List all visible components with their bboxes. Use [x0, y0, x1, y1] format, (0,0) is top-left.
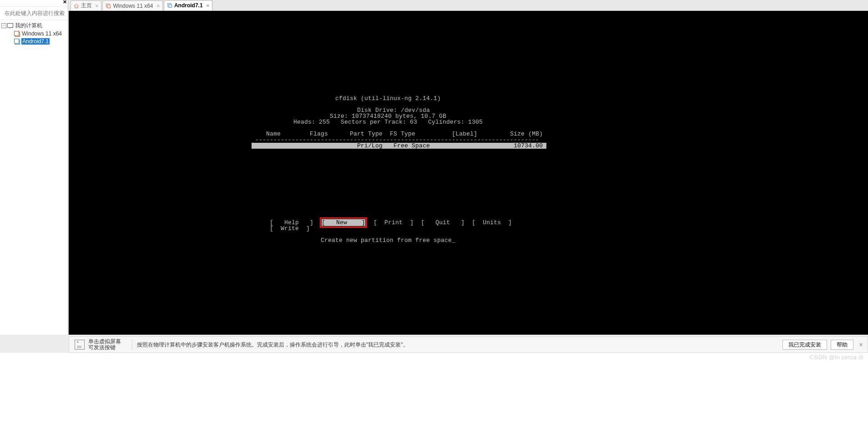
tab-close-icon[interactable]: × [207, 3, 209, 8]
home-icon [74, 3, 79, 9]
sidebar-search-input[interactable] [4, 10, 74, 17]
tab-home[interactable]: 主页 × [71, 0, 101, 10]
hint-divider [132, 339, 132, 350]
help-button[interactable]: 帮助 [831, 340, 853, 350]
tree-item-label: Windows 11 x64 [21, 30, 62, 37]
tree-item-android71[interactable]: Android7.1 [0, 37, 68, 45]
hint-close-icon[interactable]: ✕ [858, 341, 864, 349]
tree-root-my-computer[interactable]: − 我的计算机 [0, 22, 68, 30]
cfdisk-geometry-line: Heads: 255 Sectors per Track: 63 Cylinde… [252, 119, 525, 125]
cfdisk-menu-write[interactable]: Write [281, 225, 299, 232]
cfdisk-menu-print[interactable]: Print [384, 219, 403, 226]
cfdisk-title: cfdisk (util-linux-ng 2.14.1) [252, 95, 525, 101]
vm-icon [14, 39, 20, 44]
sidebar-search-row: ▾ [0, 7, 68, 20]
tab-label: Android7.1 [174, 2, 203, 9]
tab-bar: 主页 × Windows 11 x64 × Android7.1 × [69, 0, 868, 11]
hint-main-text: 按照在物理计算机中的步骤安装客户机操作系统。完成安装后，操作系统会进行引导，此时… [137, 341, 782, 349]
vm-tree: − 我的计算机 Windows 11 x64 Android7.1 [0, 20, 68, 45]
highlight-box: [ New ] [321, 218, 366, 227]
svg-rect-5 [169, 5, 172, 8]
vm-icon [106, 3, 111, 9]
tree-item-label: Android7.1 [21, 38, 50, 45]
vm-icon [14, 31, 20, 36]
page-background-fill [0, 353, 868, 432]
tab-label: 主页 [81, 2, 92, 10]
hint-click-prompt: 单击虚拟屏幕 可发送按键 [88, 339, 121, 351]
tree-collapse-icon[interactable]: − [1, 23, 6, 28]
hint-screen-icon [75, 340, 85, 350]
cfdisk-terminal: cfdisk (util-linux-ng 2.14.1) Disk Drive… [252, 95, 525, 243]
vm-library-sidebar: ✕ ▾ − 我的计算机 Windows 11 x64 Android7.1 [0, 0, 68, 335]
done-install-button[interactable]: 我已完成安装 [782, 340, 827, 350]
tree-root-label: 我的计算机 [15, 22, 43, 30]
vm-console[interactable]: cfdisk (util-linux-ng 2.14.1) Disk Drive… [69, 11, 868, 335]
cfdisk-menu-quit[interactable]: Quit [435, 219, 450, 226]
vm-icon [167, 3, 172, 8]
install-hint-bar: 单击虚拟屏幕 可发送按键 按照在物理计算机中的步骤安装客户机操作系统。完成安装后… [69, 337, 868, 353]
tab-close-icon[interactable]: × [156, 3, 159, 9]
tab-label: Windows 11 x64 [113, 3, 153, 9]
cfdisk-menu-row2: [ Write ] [252, 226, 525, 231]
tab-windows11[interactable]: Windows 11 x64 × [102, 0, 162, 10]
svg-rect-3 [107, 5, 111, 8]
sidebar-header-strip: ✕ [0, 0, 68, 7]
cfdisk-hint-line: Create new partition from free space [252, 237, 525, 243]
tab-android71[interactable]: Android7.1 × [164, 0, 212, 10]
cfdisk-menu-units[interactable]: Units [483, 219, 501, 226]
computer-icon [7, 23, 13, 28]
cfdisk-menu-new[interactable]: [ New ] [322, 219, 365, 226]
tree-item-windows11[interactable]: Windows 11 x64 [0, 30, 68, 37]
vm-main-area: 主页 × Windows 11 x64 × Android7.1 × cfdis… [69, 0, 868, 335]
watermark-text: CSDN @in cerca di [810, 354, 863, 361]
sidebar-close-icon[interactable]: ✕ [62, 0, 67, 4]
cfdisk-partition-row[interactable]: Pri/Log Free Space 10734.00 [252, 143, 525, 149]
tab-close-icon[interactable]: × [96, 3, 98, 9]
